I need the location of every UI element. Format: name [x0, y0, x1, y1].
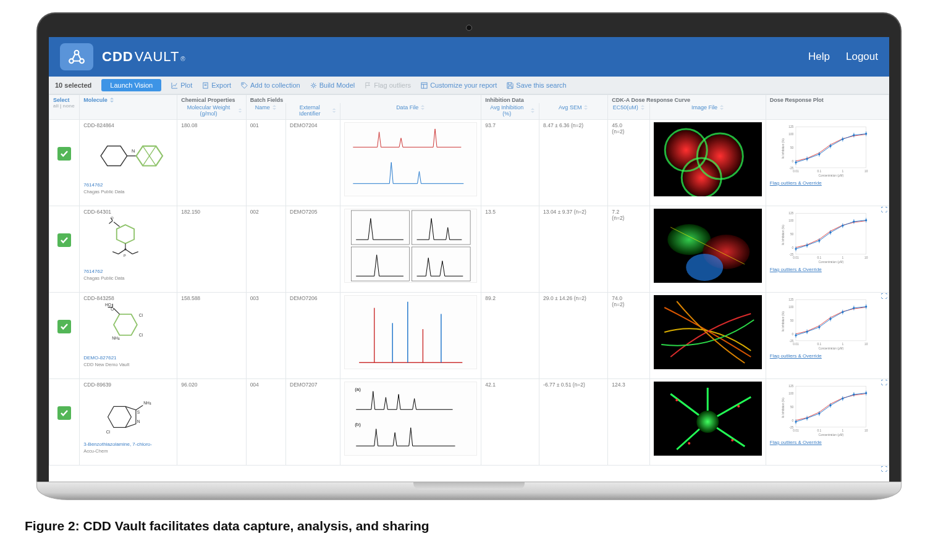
molecule-structure[interactable]: OP [83, 216, 173, 269]
svg-point-0 [75, 51, 79, 55]
svg-marker-7 [101, 146, 127, 166]
col-group-inhibition: Inhibition Data [481, 95, 608, 104]
svg-text:Concentration (µM): Concentration (µM) [818, 174, 843, 177]
col-img-header[interactable]: Image File [650, 103, 766, 120]
save-search-button[interactable]: Save this search [507, 81, 566, 89]
cell-mw: 96.020 [177, 379, 246, 466]
camera-dot [466, 25, 472, 31]
svg-text:50: 50 [790, 406, 794, 409]
svg-text:50: 50 [790, 233, 794, 236]
row-checkbox[interactable] [57, 147, 71, 161]
cell-avg-sem: 13.04 ± 9.37 (n=2) [539, 206, 608, 293]
cell-ec50: 45.0 (n=2) [608, 120, 650, 206]
col-ec50-header[interactable]: EC50(uM) [608, 103, 650, 120]
svg-rect-6 [421, 82, 427, 88]
table-row: CDD-843258HOOClClNH₂DEMO-827621CDD New D… [49, 293, 889, 379]
data-file-thumbnail[interactable]: (a)(b) [344, 382, 477, 456]
molecule-id: CDD-89639 [83, 382, 173, 388]
molecule-structure[interactable]: SNNH₂Cl [83, 389, 173, 441]
help-link[interactable]: Help [808, 51, 830, 63]
col-inh-header[interactable]: Avg Inhibition (%) [481, 103, 539, 120]
svg-text:N: N [132, 148, 135, 154]
col-sem-header[interactable]: Avg SEM [539, 103, 608, 120]
svg-text:50: 50 [790, 146, 794, 149]
svg-text:1: 1 [842, 170, 843, 173]
expand-icon[interactable]: ⛶ [881, 466, 887, 472]
molecule-id: CDD-824864 [83, 122, 173, 128]
svg-text:0.1: 0.1 [817, 170, 821, 173]
dose-response-plot[interactable]: -250501001250.010.1110Concentration (µM)… [770, 382, 885, 437]
svg-text:1: 1 [842, 256, 843, 259]
image-file-thumbnail[interactable] [654, 209, 761, 283]
build-model-button[interactable]: Build Model [310, 81, 355, 89]
molecule-link[interactable]: 7614762 [83, 182, 173, 188]
data-file-thumbnail[interactable] [344, 122, 477, 196]
brand-text: CDD VAULT ® [102, 49, 186, 65]
data-file-thumbnail[interactable] [344, 295, 477, 369]
image-file-thumbnail[interactable] [654, 382, 761, 456]
svg-text:0: 0 [792, 160, 793, 163]
table-row: CDD-64301OP7614762Chagas Public Data182.… [49, 206, 889, 293]
customize-report-button[interactable]: Customize your report [421, 81, 497, 89]
tag-icon [241, 82, 248, 89]
dose-response-plot[interactable]: -250501001250.010.1110Concentration (µM)… [770, 122, 885, 178]
svg-text:125: 125 [788, 212, 793, 215]
plot-button[interactable]: Plot [171, 81, 192, 89]
molecule-link[interactable]: 7614762 [83, 269, 173, 275]
flag-override-link[interactable]: Flag outliers & Override [770, 267, 885, 272]
svg-point-122 [697, 411, 719, 433]
col-dose-plot-header: Dose Response Plot [766, 95, 889, 120]
cell-ext: DEMO7205 [286, 206, 340, 293]
flag-override-link[interactable]: Flag outliers & Override [770, 440, 885, 445]
cell-name: 004 [246, 379, 285, 466]
col-name-header[interactable]: Name [246, 103, 285, 120]
svg-text:100: 100 [788, 306, 793, 309]
svg-text:0: 0 [792, 333, 793, 336]
logout-link[interactable]: Logout [846, 51, 878, 63]
dose-response-plot[interactable]: -250501001250.010.1110Concentration (µM)… [770, 209, 885, 264]
col-molecule-header[interactable]: Molecule [80, 95, 177, 120]
svg-point-124 [738, 405, 740, 407]
svg-text:125: 125 [788, 125, 793, 128]
cell-mw: 158.588 [177, 293, 246, 379]
table-row: CDD-824864N7614762Chagas Public Data180.… [49, 120, 889, 206]
svg-marker-43 [117, 225, 134, 243]
row-checkbox[interactable] [57, 406, 71, 420]
svg-text:O: O [111, 216, 114, 220]
export-button[interactable]: Export [202, 81, 231, 89]
molecule-structure[interactable]: HOOClClNH₂ [83, 303, 173, 355]
dose-response-plot[interactable]: -250501001250.010.1110Concentration (µM)… [770, 295, 885, 351]
svg-rect-55 [796, 214, 866, 254]
svg-text:0.1: 0.1 [817, 343, 821, 346]
launch-vision-button[interactable]: Launch Vision [101, 79, 161, 91]
svg-text:% Inhibition (%): % Inhibition (%) [782, 225, 785, 245]
svg-text:1: 1 [842, 429, 843, 432]
molecule-link[interactable]: DEMO-827621 [83, 355, 173, 361]
image-file-thumbnail[interactable] [654, 122, 761, 196]
svg-point-4 [243, 83, 243, 84]
svg-text:0.01: 0.01 [793, 256, 799, 259]
col-ext-header[interactable]: External Identifier [286, 103, 340, 120]
row-checkbox[interactable] [57, 233, 71, 247]
svg-point-54 [687, 254, 724, 281]
col-mw-header[interactable]: Molecular Weight (g/mol) [177, 103, 246, 120]
svg-text:10: 10 [864, 170, 868, 173]
flag-override-link[interactable]: Flag outliers & Override [770, 180, 885, 186]
molecule-id: CDD-843258 [83, 295, 173, 301]
svg-text:% Inhibition (%): % Inhibition (%) [782, 138, 785, 159]
svg-text:0.01: 0.01 [793, 429, 799, 432]
cell-avg-inh: 42.1 [481, 379, 539, 466]
row-checkbox[interactable] [57, 320, 71, 333]
col-file-header[interactable]: Data File [340, 103, 481, 120]
col-select-header[interactable]: Select all | none [49, 95, 80, 120]
molecule-structure[interactable]: N [83, 130, 173, 182]
molecule-link[interactable]: 3-Benzothiazolamine, 7-chloro- [83, 441, 173, 448]
save-icon [507, 82, 513, 89]
data-file-thumbnail[interactable] [344, 209, 477, 283]
svg-text:O: O [111, 307, 114, 311]
svg-text:Cl: Cl [106, 430, 111, 434]
plot-icon [171, 82, 178, 89]
flag-override-link[interactable]: Flag outliers & Override [770, 353, 885, 359]
image-file-thumbnail[interactable] [654, 295, 761, 369]
add-to-collection-button[interactable]: Add to collection [241, 81, 300, 89]
